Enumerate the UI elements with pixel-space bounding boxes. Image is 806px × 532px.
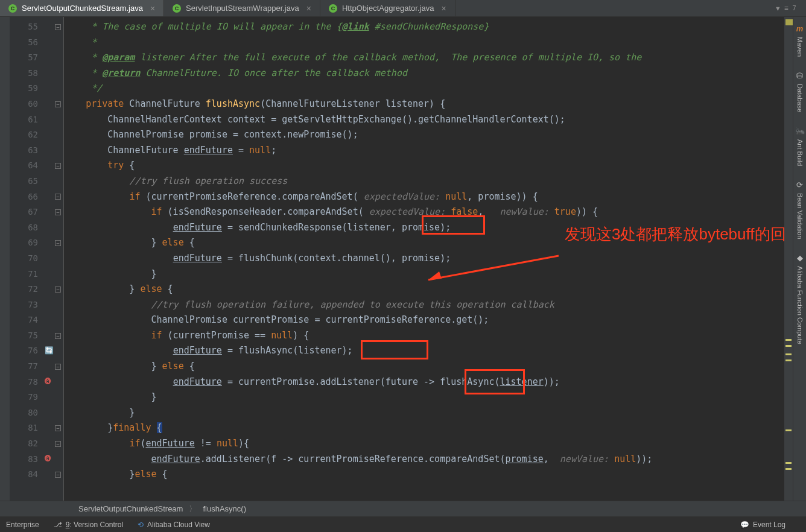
line-number[interactable]: 60− [10,97,63,112]
tab-label: ServletInputStreamWrapper.java [186,4,299,13]
breadcrumb-class[interactable]: ServletOutputChunkedStream [78,504,183,513]
tab-label: ServletOutputChunkedStream.java [22,4,143,13]
line-number[interactable]: 76🔄 [10,343,63,359]
line-number[interactable]: 82− [10,436,63,452]
cloud-icon: ⟲ [138,521,144,529]
change-marker [785,429,792,431]
line-number[interactable]: 57 [10,50,63,66]
java-class-icon: C [329,4,337,13]
line-number[interactable]: 55− [10,19,63,35]
change-marker [785,345,792,347]
line-number[interactable]: 65 [10,174,63,189]
gutter-ao-icon[interactable]: 🅐 [45,375,51,390]
line-number[interactable]: 75− [10,328,63,344]
tab-file-2[interactable]: C HttpObjectAggregator.java × [320,0,455,16]
java-class-icon: C [173,4,181,13]
line-number-gutter[interactable]: 55−5657585960−61626364−6566−67−6869−7071… [10,17,64,501]
line-number[interactable]: 77− [10,359,63,375]
code-content[interactable]: * The case of multiple IO will appear in… [64,17,784,501]
line-number[interactable]: 67− [10,204,63,220]
hidden-tabs-count: ≡ 7 [784,4,796,12]
mnemonics: 9 [66,521,70,529]
line-number[interactable]: 81− [10,420,63,436]
bean-icon: ⟳ [796,180,803,189]
line-number[interactable]: 66− [10,189,63,205]
line-number[interactable]: 73 [10,297,63,313]
alibaba-icon: ◆ [797,253,803,262]
scroll-minimap[interactable] [784,17,793,501]
tab-file-1[interactable]: C ServletInputStreamWrapper.java × [164,0,320,16]
fold-toggle[interactable]: − [55,472,61,478]
tabs-overflow[interactable]: ▾ ≡ 7 [770,0,801,16]
line-number[interactable]: 83🅐 [10,452,63,467]
line-number[interactable]: 61 [10,112,63,128]
change-marker [785,462,792,464]
change-marker [785,468,792,470]
fold-toggle[interactable]: − [55,209,61,215]
branch-icon: ⎇ [54,521,62,529]
tab-file-0[interactable]: C ServletOutputChunkedStream.java × [0,0,164,16]
line-number[interactable]: 68 [10,220,63,236]
change-marker [785,339,792,341]
editor-tabs-bar: C ServletOutputChunkedStream.java × C Se… [0,0,806,17]
status-alibaba-cloud[interactable]: ⟲ Alibaba Cloud View [138,521,210,529]
line-number[interactable]: 74 [10,312,63,328]
line-number[interactable]: 71 [10,267,63,282]
line-number[interactable]: 63 [10,143,63,159]
line-number[interactable]: 69− [10,235,63,251]
fold-toggle[interactable]: − [55,364,61,370]
ant-icon: 🐜 [795,127,805,136]
tool-maven[interactable]: mMaven [795,17,805,64]
line-number[interactable]: 84− [10,467,63,483]
breadcrumbs-bar[interactable]: ServletOutputChunkedStream 〉 flushAsync(… [0,501,806,516]
fold-toggle[interactable]: − [55,163,61,169]
java-class-icon: C [8,4,17,13]
line-number[interactable]: 72− [10,282,63,297]
status-enterprise[interactable]: Enterprise [6,521,39,529]
status-bar: Enterprise ⎇ 9: Version Control ⟲ Alibab… [0,516,806,532]
breadcrumb-separator: 〉 [189,504,197,515]
line-number[interactable]: 56 [10,35,63,51]
line-number[interactable]: 59 [10,81,63,97]
fold-toggle[interactable]: − [55,287,61,293]
gutter-ao-icon[interactable]: 🅐 [45,452,51,467]
close-icon[interactable]: × [441,4,446,13]
line-number[interactable]: 62 [10,127,63,143]
maven-icon: m [796,24,804,33]
fold-toggle[interactable]: − [55,194,61,200]
fold-toggle[interactable]: − [55,333,61,339]
database-icon: ⛁ [796,71,803,80]
tool-ant[interactable]: 🐜Ant Build [794,119,806,173]
close-icon[interactable]: × [150,4,155,13]
warning-marker [785,19,793,25]
line-number[interactable]: 79 [10,390,63,405]
gutter-refresh-icon[interactable]: 🔄 [45,343,54,359]
close-icon[interactable]: × [306,4,311,13]
left-margin [0,17,10,501]
status-version-control[interactable]: ⎇ 9: Version Control [54,521,123,529]
fold-toggle[interactable]: − [55,101,61,107]
fold-toggle[interactable]: − [55,24,61,30]
breadcrumb-method[interactable]: flushAsync() [203,504,246,513]
right-tool-window-bar: mMaven ⛁Database 🐜Ant Build ⟳Bean Valida… [793,17,806,501]
line-number[interactable]: 80 [10,405,63,421]
line-number[interactable]: 58 [10,66,63,81]
eventlog-icon: 💬 [740,521,749,529]
line-number[interactable]: 64− [10,158,63,174]
line-number[interactable]: 70 [10,251,63,267]
tool-database[interactable]: ⛁Database [795,64,805,119]
fold-toggle[interactable]: − [55,425,61,431]
dropdown-icon: ▾ [775,2,781,14]
change-marker [785,359,792,361]
tool-alibaba-fc[interactable]: ◆Alibaba Function Compute [795,246,805,352]
status-event-log[interactable]: 💬 Event Log [740,521,785,529]
code-editor[interactable]: 55−5657585960−61626364−6566−67−6869−7071… [10,17,793,501]
line-number[interactable]: 78🅐 [10,375,63,390]
fold-toggle[interactable]: − [55,240,61,246]
change-marker [785,353,792,355]
tab-label: HttpObjectAggregator.java [342,4,434,13]
fold-toggle[interactable]: − [55,441,61,447]
tool-bean-validation[interactable]: ⟳Bean Validation [795,173,805,246]
